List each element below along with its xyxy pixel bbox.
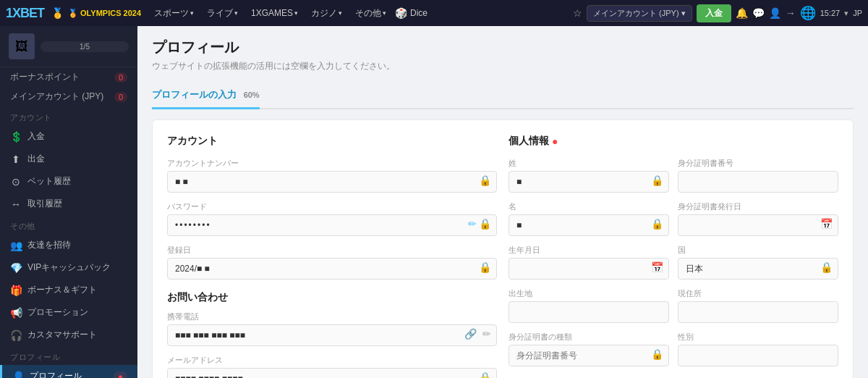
birthplace-group: 出生地 bbox=[509, 288, 669, 323]
personal-form-title: 個人情報 ● bbox=[509, 135, 838, 148]
phone-label: 携帯電話 bbox=[167, 311, 497, 322]
profile-section-title: プロフィール bbox=[0, 346, 137, 365]
main-account-value: 0 bbox=[114, 92, 127, 102]
dice-nav[interactable]: 🎲 Dice bbox=[395, 7, 427, 19]
last-name-input[interactable] bbox=[509, 171, 669, 193]
sidebar-item-vip[interactable]: 💎 VIPキャッシュバック bbox=[0, 256, 137, 279]
chat-icon[interactable]: 💬 bbox=[752, 7, 765, 19]
tab-bar: プロフィールの入力 60% bbox=[152, 83, 854, 109]
page-subtitle: ウェブサイトの拡張機能の活用には空欄を入力してください。 bbox=[152, 60, 854, 72]
birthplace-label: 出生地 bbox=[509, 288, 669, 299]
casino-nav[interactable]: カジノ ▾ bbox=[307, 7, 346, 20]
last-name-label: 姓 bbox=[509, 158, 669, 169]
account-selector[interactable]: メインアカウント (JPY) ▾ bbox=[587, 5, 692, 22]
1xgames-nav[interactable]: 1XGAMES ▾ bbox=[247, 8, 302, 18]
bet-history-icon: ⊙ bbox=[10, 176, 22, 188]
contact-section: お問い合わせ 携帯電話 🔗 ✏ メールアドレス 🔒 bbox=[167, 291, 497, 378]
sidebar-item-referral[interactable]: 👥 友達を招待 bbox=[0, 234, 137, 256]
bonus-stat: ボーナスポイント 0 bbox=[0, 67, 137, 87]
phone-edit-icon[interactable]: ✏ bbox=[482, 328, 491, 340]
sidebar-bonus-label: ボーナス＆ギフト bbox=[27, 284, 97, 296]
vip-icon: 💎 bbox=[10, 262, 22, 274]
email-label: メールアドレス bbox=[167, 355, 497, 366]
casino-label: カジノ bbox=[311, 7, 337, 20]
last-name-lock-icon: 🔒 bbox=[651, 175, 663, 186]
sidebar-item-transaction-history[interactable]: ↔ 取引履歴 bbox=[0, 193, 137, 215]
contact-form-title: お問い合わせ bbox=[167, 291, 497, 304]
id-type-group: 身分証明書の種類 🔒 bbox=[509, 332, 669, 366]
gender-select[interactable]: 男性 女性 bbox=[678, 345, 838, 366]
reg-date-input[interactable] bbox=[167, 258, 497, 280]
email-input[interactable] bbox=[167, 368, 497, 378]
tab-percent: 60% bbox=[244, 91, 260, 99]
edit-icon[interactable]: ✏ bbox=[468, 218, 477, 230]
bonus-label: ボーナスポイント bbox=[10, 71, 80, 83]
avatar: 🖼 bbox=[9, 33, 35, 59]
other-section-title: その他 bbox=[0, 215, 137, 234]
live-arrow: ▾ bbox=[234, 9, 238, 17]
sidebar-item-bet-history[interactable]: ⊙ ベット履歴 bbox=[0, 170, 137, 193]
other-nav[interactable]: その他 ▾ bbox=[351, 7, 391, 20]
live-label: ライブ bbox=[207, 7, 233, 20]
id-type-input[interactable] bbox=[509, 345, 669, 366]
other-arrow: ▾ bbox=[383, 9, 386, 17]
id-number-group: 身分証明書番号 bbox=[678, 158, 838, 193]
birthplace-input[interactable] bbox=[509, 301, 669, 323]
sidebar-referral-label: 友達を招待 bbox=[27, 239, 71, 251]
sidebar-item-bonus[interactable]: 🎁 ボーナス＆ギフト bbox=[0, 279, 137, 301]
user-icon[interactable]: 👤 bbox=[769, 7, 781, 19]
olympics-nav[interactable]: 🏅 OLYMPICS 2024 bbox=[68, 9, 141, 18]
dice-label: Dice bbox=[410, 8, 427, 18]
referral-icon: 👥 bbox=[10, 240, 22, 251]
account-stat: メインアカウント (JPY) 0 bbox=[0, 87, 137, 106]
avatar-icon[interactable]: 🌐 bbox=[800, 5, 816, 21]
id-issue-date-input[interactable] bbox=[678, 214, 838, 236]
country-group: 国 🔒 bbox=[678, 245, 838, 280]
sidebar-item-profile[interactable]: 👤 プロフィール ● bbox=[0, 365, 137, 378]
sidebar-item-deposit[interactable]: 💲 入金 bbox=[0, 125, 137, 148]
sports-nav[interactable]: スポーツ ▾ bbox=[150, 7, 198, 20]
account-number-group: アカウントナンバー 🔒 bbox=[167, 158, 497, 193]
settings-icon[interactable]: ☆ bbox=[573, 7, 582, 19]
phone-group: 携帯電話 🔗 ✏ bbox=[167, 311, 497, 346]
time-arrow[interactable]: ▾ bbox=[844, 9, 848, 18]
gender-label: 性別 bbox=[678, 332, 838, 343]
sidebar-item-support[interactable]: 🎧 カスタマサポート bbox=[0, 324, 137, 346]
id-number-input[interactable] bbox=[678, 171, 838, 193]
olympics-label: OLYMPICS 2024 bbox=[80, 9, 141, 17]
live-nav[interactable]: ライブ ▾ bbox=[203, 7, 242, 20]
sidebar-transaction-label: 取引履歴 bbox=[27, 198, 62, 210]
password-label: パスワード bbox=[167, 201, 497, 212]
birthdate-input[interactable] bbox=[509, 258, 669, 280]
promo-icon: 📢 bbox=[10, 307, 22, 319]
arrow-icon[interactable]: → bbox=[786, 7, 796, 19]
logo-icon: 🥇 bbox=[51, 7, 64, 19]
form-left-column: アカウント アカウントナンバー 🔒 パスワード ✏ 🔒 登録日 bbox=[167, 135, 497, 378]
profile-icon: 👤 bbox=[12, 371, 24, 379]
phone-input[interactable] bbox=[167, 324, 497, 346]
country-lock-icon: 🔒 bbox=[820, 261, 833, 273]
account-label: メインアカウント (JPY) bbox=[593, 8, 679, 19]
sidebar-item-promo[interactable]: 📢 プロモーション bbox=[0, 301, 137, 324]
tab-profile-input[interactable]: プロフィールの入力 60% bbox=[152, 83, 260, 109]
sidebar: 🖼 1/5 ボーナスポイント 0 メインアカウント (JPY) 0 アカウント … bbox=[0, 26, 137, 378]
sidebar-item-withdraw[interactable]: ⬆ 出金 bbox=[0, 148, 137, 170]
sidebar-vip-label: VIPキャッシュバック bbox=[27, 261, 111, 274]
deposit-button[interactable]: 入金 bbox=[697, 4, 731, 22]
first-name-input[interactable] bbox=[509, 214, 669, 236]
id-number-label: 身分証明書番号 bbox=[678, 158, 838, 169]
notification-icon[interactable]: 🔔 bbox=[736, 7, 748, 19]
lang-display[interactable]: JP bbox=[853, 9, 862, 17]
sidebar-profile-label: プロフィール bbox=[30, 370, 82, 378]
first-name-label: 名 bbox=[509, 201, 669, 212]
sidebar-deposit-label: 入金 bbox=[27, 130, 45, 143]
reg-date-group: 登録日 🔒 bbox=[167, 245, 497, 280]
sports-arrow: ▾ bbox=[190, 9, 194, 17]
phone-link-icon[interactable]: 🔗 bbox=[464, 328, 477, 340]
address-input[interactable] bbox=[678, 301, 838, 323]
country-input[interactable] bbox=[678, 258, 838, 280]
account-number-label: アカウントナンバー bbox=[167, 158, 497, 169]
password-input[interactable] bbox=[167, 214, 497, 236]
other-label: その他 bbox=[355, 7, 381, 20]
account-number-input[interactable] bbox=[167, 171, 497, 193]
